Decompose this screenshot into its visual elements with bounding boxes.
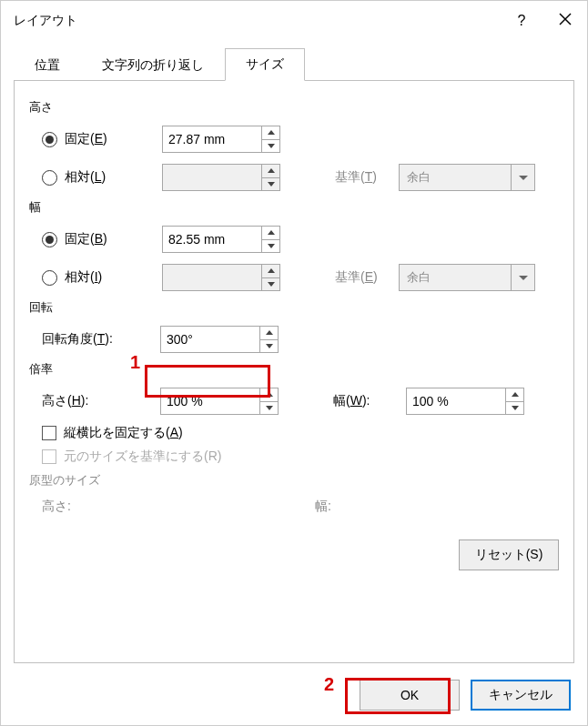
radio-icon [42,170,57,186]
spinner-down-icon[interactable] [506,402,523,415]
radio-height-relative[interactable]: 相対(L) [42,169,142,186]
spinner-buttons[interactable] [261,126,279,152]
titlebar: レイアウト ? [1,1,587,41]
height-basis-label: 基準(T) [335,169,399,186]
ok-button[interactable]: OK [360,680,460,711]
cancel-button[interactable]: キャンセル [471,680,571,711]
spinner-up-icon [262,265,279,278]
close-icon [559,13,572,29]
radio-icon [42,232,57,247]
dialog-footer: OK キャンセル [360,680,571,711]
height-relative-input [162,164,280,191]
tab-body-size: 高さ 固定(E) 27.87 mm 相対(L) [14,81,574,663]
radio-height-relative-label: 相対(L) [65,169,106,186]
scale-width-input[interactable]: 100 % [406,388,524,415]
radio-icon [42,270,57,286]
checkbox-icon [42,426,56,440]
width-basis-label: 基準(E) [335,269,399,286]
radio-height-fixed-label: 固定(E) [65,131,107,147]
spinner-up-icon[interactable] [262,227,279,240]
scale-width-label: 幅(W): [333,393,406,409]
spinner-down-icon[interactable] [262,140,279,153]
scale-height-input[interactable]: 100 % [160,388,279,415]
radio-width-relative[interactable]: 相対(I) [42,269,142,286]
help-button[interactable]: ? [500,1,543,41]
lock-aspect-label: 縦横比を固定する(A) [64,425,183,441]
section-original: 原型のサイズ [29,472,559,489]
spinner-up-icon[interactable] [260,388,278,402]
tab-bar: 位置 文字列の折り返し サイズ [14,48,574,81]
spinner-down-icon [262,278,279,291]
reset-button[interactable]: リセット(S) [459,539,559,570]
radio-width-fixed[interactable]: 固定(B) [42,231,142,247]
orig-width-label: 幅: [315,499,433,515]
radio-width-fixed-label: 固定(B) [65,231,107,247]
spinner-down-icon[interactable] [260,402,278,415]
spinner-down-icon[interactable] [260,340,278,353]
radio-width-relative-label: 相対(I) [65,269,102,286]
orig-height-label: 高さ: [42,499,315,515]
height-basis-select: 余白 [399,164,535,191]
spinner-up-icon[interactable] [260,327,278,340]
chevron-down-icon [511,265,534,290]
rotate-angle-input[interactable]: 300° [160,326,279,353]
tab-size[interactable]: サイズ [225,48,305,81]
tab-position[interactable]: 位置 [14,49,81,81]
section-scale: 倍率 [29,361,559,378]
radio-height-fixed[interactable]: 固定(E) [42,131,142,147]
orig-size-label: 元のサイズを基準にする(R) [64,449,221,465]
scale-height-label: 高さ(H): [42,393,160,409]
spinner-up-icon [262,165,279,178]
spinner-down-icon [262,178,279,191]
section-height: 高さ [29,99,559,116]
lock-aspect-checkbox[interactable]: 縦横比を固定する(A) [29,425,559,441]
section-width: 幅 [29,199,559,216]
checkbox-icon [42,449,56,464]
width-fixed-input[interactable]: 82.55 mm [162,226,280,253]
height-fixed-input[interactable]: 27.87 mm [162,126,280,153]
section-rotate: 回転 [29,299,559,316]
spinner-up-icon[interactable] [506,388,523,402]
spinner-up-icon[interactable] [262,126,279,140]
rotate-angle-label: 回転角度(T): [42,331,160,348]
chevron-down-icon [511,165,534,190]
annotation-1: 1 [130,352,140,373]
spinner-down-icon[interactable] [262,240,279,253]
radio-icon [42,132,57,147]
width-basis-select: 余白 [399,264,535,291]
tab-textwrap[interactable]: 文字列の折り返し [81,49,225,81]
width-relative-input [162,264,280,291]
annotation-2: 2 [324,674,334,695]
orig-size-checkbox: 元のサイズを基準にする(R) [29,449,559,465]
layout-dialog: レイアウト ? 位置 文字列の折り返し サイズ 高さ 固定(E) 2 [0,0,588,726]
close-button[interactable] [543,1,587,41]
dialog-title: レイアウト [14,13,500,29]
